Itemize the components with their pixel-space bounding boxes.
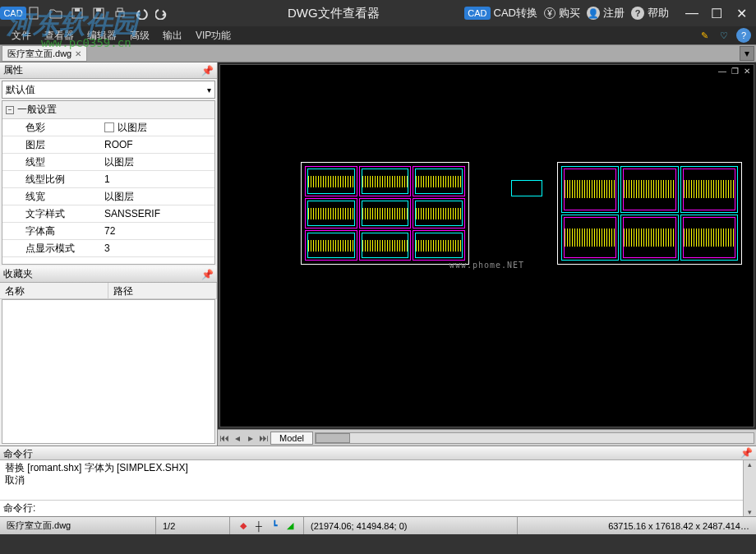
canvas-restore-icon[interactable]: ❐: [730, 67, 740, 76]
cad-sheet-1: [301, 162, 469, 265]
tab-scroll-prev-icon[interactable]: ◂: [231, 432, 244, 444]
menu-advanced[interactable]: 高级: [123, 29, 156, 43]
edit-pen-icon[interactable]: ✎: [697, 28, 712, 43]
prop-row: 线宽以图层: [2, 188, 214, 205]
prop-row: 色彩以图层: [2, 119, 214, 136]
chevron-down-icon: ▾: [207, 85, 211, 95]
menu-viewer[interactable]: 查看器: [38, 29, 81, 43]
menu-file[interactable]: 文件: [5, 29, 38, 43]
model-tab-row: ⏮ ◂ ▸ ⏭ Model: [218, 429, 756, 446]
prop-row: 线型比例1: [2, 171, 214, 188]
scroll-up-icon: ▴: [744, 460, 756, 469]
pin-icon[interactable]: 📌: [740, 447, 753, 459]
tab-close-icon[interactable]: ✕: [75, 49, 81, 58]
app-icon: CAD: [3, 3, 23, 23]
cad-badge-icon: CAD: [464, 7, 490, 20]
cad-sheet-2: [511, 180, 542, 196]
command-header: 命令行 📌: [0, 446, 756, 460]
tab-scroll-next-icon[interactable]: ▸: [244, 432, 257, 444]
menu-vip[interactable]: VIP功能: [189, 29, 237, 43]
new-icon[interactable]: [25, 3, 44, 23]
save-icon[interactable]: [67, 3, 87, 23]
tab-drop-icon[interactable]: ▾: [740, 46, 754, 61]
svg-rect-5: [116, 12, 124, 16]
open-icon[interactable]: [46, 3, 66, 23]
command-scrollbar[interactable]: ▴ ▾: [743, 460, 756, 516]
canvas-wrap: — ❐ ✕ www.phome.NET ⏮ ◂: [218, 62, 756, 446]
user-icon: 👤: [587, 7, 600, 20]
prop-row: 文字样式SANSSERIF: [2, 205, 214, 223]
tab-scroll-last-icon[interactable]: ⏭: [257, 432, 270, 444]
properties-header: 属性 📌: [0, 62, 217, 79]
status-dims: 63715.16 x 17618.42 x 2487.414…: [602, 517, 756, 534]
drawing-canvas[interactable]: — ❐ ✕ www.phome.NET: [219, 64, 754, 427]
status-page: 1/2: [156, 517, 230, 534]
default-combo[interactable]: 默认值 ▾: [2, 81, 215, 99]
ortho-icon[interactable]: ┗: [268, 519, 281, 533]
canvas-min-icon[interactable]: —: [717, 67, 728, 76]
col-name-header[interactable]: 名称: [0, 283, 108, 298]
palette-icon[interactable]: ◆: [237, 519, 250, 533]
snap-icon[interactable]: ◢: [284, 519, 297, 533]
command-prompt: 命令行:: [3, 501, 35, 515]
command-input-row: 命令行:: [0, 500, 743, 516]
canvas-watermark: www.phome.NET: [449, 261, 524, 270]
help-button[interactable]: ? 帮助: [631, 6, 669, 21]
status-file: 医疗室立面.dwg: [0, 517, 156, 534]
property-section[interactable]: − 一般设置: [2, 101, 214, 119]
canvas-close-icon[interactable]: ✕: [742, 67, 752, 76]
favorites-columns: 名称 路径: [0, 283, 217, 299]
tab-scroll-first-icon[interactable]: ⏮: [218, 432, 231, 444]
svg-rect-2: [75, 8, 80, 12]
menu-editor[interactable]: 编辑器: [81, 29, 123, 43]
heart-icon[interactable]: ♡: [717, 28, 731, 43]
svg-rect-4: [96, 8, 101, 12]
checkbox-icon: [104, 122, 114, 132]
prop-row: 字体高72: [2, 223, 214, 240]
statusbar: 医疗室立面.dwg 1/2 ◆ ┼ ┗ ◢ (21974.06; 41494.8…: [0, 516, 756, 534]
cad-convert-button[interactable]: CAD CAD转换: [464, 6, 537, 21]
titlebar: CAD DWG文件查看器 CAD CAD转换 ¥ 购买 👤 注册 ? 帮助 — …: [0, 0, 756, 26]
file-tabbar: 医疗室立面.dwg ✕ ▾: [0, 44, 756, 62]
pin-icon[interactable]: 📌: [201, 65, 214, 76]
model-tab[interactable]: Model: [270, 432, 313, 445]
property-grid[interactable]: − 一般设置 色彩以图层 图层ROOF 线型以图层 线型比例1 线宽以图层 文字…: [2, 100, 215, 265]
buy-button[interactable]: ¥ 购买: [544, 6, 580, 21]
command-input[interactable]: [39, 503, 740, 515]
collapse-icon[interactable]: −: [6, 106, 14, 114]
cad-sheet-3: [557, 162, 742, 265]
svg-rect-6: [118, 8, 122, 12]
close-button[interactable]: ✕: [733, 5, 749, 21]
pin-icon[interactable]: 📌: [201, 269, 214, 280]
minimize-button[interactable]: —: [684, 5, 700, 21]
horizontal-scrollbar[interactable]: [315, 432, 754, 444]
left-panel: 属性 📌 默认值 ▾ − 一般设置 色彩以图层 图层ROOF 线型以图层 线型比…: [0, 62, 218, 446]
menu-output[interactable]: 输出: [156, 29, 189, 43]
prop-row: 线型以图层: [2, 154, 214, 171]
yen-icon: ¥: [544, 7, 555, 19]
scroll-down-icon: ▾: [744, 508, 756, 516]
undo-icon[interactable]: [131, 3, 151, 23]
help-icon: ?: [631, 7, 644, 20]
help-circle-icon[interactable]: ?: [736, 28, 751, 43]
status-tool-icons: ◆ ┼ ┗ ◢: [230, 517, 304, 534]
svg-rect-0: [30, 7, 38, 19]
prop-row: 点显示模式3: [2, 240, 214, 257]
col-path-header[interactable]: 路径: [108, 283, 217, 298]
menubar: 文件 查看器 编辑器 高级 输出 VIP功能 ✎ ♡ ?: [0, 26, 756, 44]
file-tab-active[interactable]: 医疗室立面.dwg ✕: [2, 45, 87, 62]
favorites-header: 收藏夹 📌: [0, 266, 217, 283]
redo-icon[interactable]: [153, 3, 173, 23]
maximize-button[interactable]: ☐: [708, 5, 725, 21]
prop-row: 图层ROOF: [2, 136, 214, 154]
register-button[interactable]: 👤 注册: [587, 6, 625, 21]
save-icon-2[interactable]: [89, 3, 108, 23]
favorites-body[interactable]: [2, 299, 215, 444]
grid-icon[interactable]: ┼: [252, 519, 265, 533]
print-icon[interactable]: [110, 3, 130, 23]
window-title: DWG文件查看器: [288, 6, 380, 21]
status-coords: (21974.06; 41494.84; 0): [304, 517, 518, 534]
command-log: 替换 [romant.shx] 字体为 [SIMPLEX.SHX] 取消: [0, 460, 743, 500]
